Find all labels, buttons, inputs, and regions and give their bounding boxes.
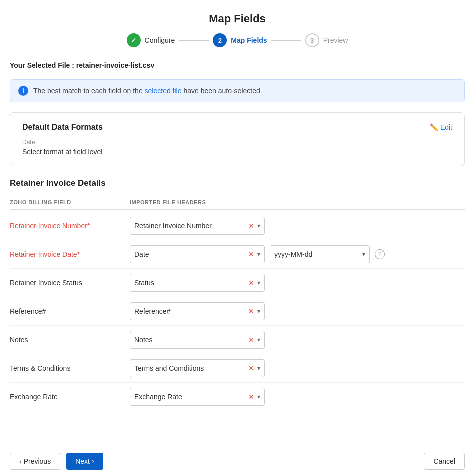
- clear-icon[interactable]: ✕: [248, 364, 254, 372]
- edit-pencil-icon: ✏️: [430, 123, 438, 131]
- step-configure-circle: ✓: [127, 33, 141, 47]
- edit-button[interactable]: ✏️ Edit: [430, 123, 452, 131]
- select-text: Exchange Rate: [134, 393, 248, 401]
- page-header: Map Fields ✓ Configure 2 Map Fields 3 Pr…: [0, 0, 475, 59]
- selected-file-name: retainer-invoice-list.csv: [76, 61, 154, 69]
- chevron-down-icon[interactable]: ▾: [258, 393, 260, 400]
- chevron-down-icon[interactable]: ▾: [258, 222, 260, 229]
- clear-icon[interactable]: ✕: [248, 336, 254, 344]
- chevron-down-icon[interactable]: ▾: [258, 365, 260, 372]
- info-icon: i: [18, 86, 28, 96]
- clear-icon[interactable]: ✕: [248, 279, 254, 287]
- clear-icon[interactable]: ✕: [248, 307, 254, 315]
- section-title: Retainer Invoice Details: [10, 178, 465, 188]
- step-map-fields-circle: 2: [213, 33, 227, 47]
- field-controls-reference: Reference# ✕ ▾: [130, 302, 465, 320]
- field-controls-exchange-rate: Exchange Rate ✕ ▾: [130, 388, 465, 406]
- step-configure: ✓ Configure: [127, 33, 176, 47]
- select-text: Terms and Comditions: [134, 364, 248, 372]
- next-button[interactable]: Next ›: [66, 453, 103, 470]
- col-header-imported: IMPORTED FILE HEADERS: [130, 199, 465, 205]
- select-notes[interactable]: Notes ✕ ▾: [130, 331, 265, 349]
- field-name-retainer-invoice-number: Retainer Invoice Number*: [10, 222, 130, 230]
- cancel-button[interactable]: Cancel: [424, 453, 465, 470]
- chevron-down-icon[interactable]: ▾: [362, 251, 366, 258]
- select-text: Reference#: [134, 307, 248, 315]
- field-name-notes: Notes: [10, 336, 130, 344]
- select-exchange-rate[interactable]: Exchange Rate ✕ ▾: [130, 388, 265, 406]
- field-name-retainer-invoice-date: Retainer Invoice Date*: [10, 250, 130, 258]
- page-title: Map Fields: [0, 12, 475, 25]
- selected-file-label: Your Selected File :: [10, 61, 74, 69]
- table-row: Retainer Invoice Date* Date ✕ ▾ yyyy-MM-…: [10, 240, 465, 269]
- field-name-reference: Reference#: [10, 307, 130, 315]
- date-field-label: Date: [22, 139, 452, 146]
- table-row: Retainer Invoice Number* Retainer Invoic…: [10, 212, 465, 240]
- field-controls-retainer-invoice-date: Date ✕ ▾ yyyy-MM-dd ▾ ?: [130, 245, 465, 263]
- previous-button[interactable]: ‹ Previous: [10, 453, 60, 470]
- help-icon[interactable]: ?: [375, 249, 385, 259]
- select-text: Notes: [134, 336, 248, 344]
- chevron-left-icon: ‹: [20, 457, 22, 465]
- footer-left: ‹ Previous Next ›: [10, 453, 104, 470]
- select-terms[interactable]: Terms and Comditions ✕ ▾: [130, 359, 265, 377]
- info-link[interactable]: selected file: [145, 87, 182, 95]
- step-preview-circle: 3: [306, 33, 320, 47]
- steps-bar: ✓ Configure 2 Map Fields 3 Preview: [0, 33, 475, 47]
- step-configure-label: Configure: [145, 36, 176, 44]
- step-preview-label: Preview: [324, 36, 348, 44]
- table-row: Exchange Rate Exchange Rate ✕ ▾: [10, 383, 465, 411]
- table-row: Notes Notes ✕ ▾: [10, 326, 465, 354]
- select-text: Date: [134, 250, 248, 258]
- field-name-retainer-invoice-status: Retainer Invoice Status: [10, 279, 130, 287]
- col-header-zoho: ZOHO BILLING FIELD: [10, 199, 130, 205]
- footer: ‹ Previous Next › Cancel: [0, 446, 475, 476]
- table-row: Terms & Conditions Terms and Comditions …: [10, 354, 465, 383]
- selected-file: Your Selected File : retainer-invoice-li…: [10, 59, 465, 71]
- step-connector-2: [272, 40, 302, 41]
- step-preview: 3 Preview: [306, 33, 348, 47]
- main-content: Your Selected File : retainer-invoice-li…: [0, 59, 475, 451]
- select-text: Status: [134, 279, 248, 287]
- chevron-right-icon: ›: [92, 457, 94, 465]
- card-title: Default Data Formats: [22, 123, 103, 132]
- date-format-select[interactable]: yyyy-MM-dd ▾: [270, 245, 370, 263]
- table-row: Reference# Reference# ✕ ▾: [10, 297, 465, 326]
- clear-icon[interactable]: ✕: [248, 222, 254, 230]
- select-retainer-invoice-number[interactable]: Retainer Invoice Number ✕ ▾: [130, 217, 265, 235]
- field-controls-retainer-invoice-status: Status ✕ ▾: [130, 274, 465, 292]
- step-connector-1: [179, 40, 209, 41]
- table-row: Retainer Invoice Status Status ✕ ▾: [10, 269, 465, 297]
- field-controls-notes: Notes ✕ ▾: [130, 331, 465, 349]
- chevron-down-icon[interactable]: ▾: [258, 308, 260, 315]
- info-banner: i The best match to each field on the se…: [10, 79, 465, 102]
- field-name-terms: Terms & Conditions: [10, 364, 130, 372]
- clear-icon[interactable]: ✕: [248, 250, 254, 258]
- info-banner-text: The best match to each field on the sele…: [34, 87, 262, 95]
- clear-icon[interactable]: ✕: [248, 393, 254, 401]
- map-table-header: ZOHO BILLING FIELD IMPORTED FILE HEADERS: [10, 195, 465, 210]
- chevron-down-icon[interactable]: ▾: [258, 279, 260, 286]
- default-data-formats-card: Default Data Formats ✏️ Edit Date Select…: [10, 112, 465, 166]
- date-field-value: Select format at field level: [22, 148, 452, 156]
- select-retainer-invoice-date[interactable]: Date ✕ ▾: [130, 245, 265, 263]
- field-controls-retainer-invoice-number: Retainer Invoice Number ✕ ▾: [130, 217, 465, 235]
- step-map-fields-label: Map Fields: [231, 36, 267, 44]
- field-controls-terms: Terms and Comditions ✕ ▾: [130, 359, 465, 377]
- chevron-down-icon[interactable]: ▾: [258, 251, 260, 258]
- select-reference[interactable]: Reference# ✕ ▾: [130, 302, 265, 320]
- date-format-text: yyyy-MM-dd: [274, 250, 362, 258]
- field-name-exchange-rate: Exchange Rate: [10, 393, 130, 401]
- select-retainer-invoice-status[interactable]: Status ✕ ▾: [130, 274, 265, 292]
- chevron-down-icon[interactable]: ▾: [258, 336, 260, 343]
- card-header: Default Data Formats ✏️ Edit: [22, 123, 452, 132]
- step-map-fields: 2 Map Fields: [213, 33, 267, 47]
- select-text: Retainer Invoice Number: [134, 222, 248, 230]
